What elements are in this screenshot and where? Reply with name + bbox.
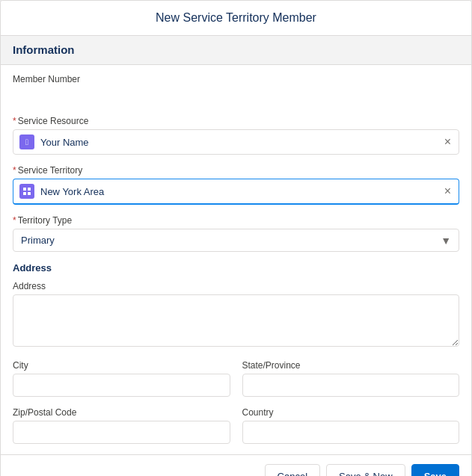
- address-group: Address: [13, 281, 459, 350]
- member-number-group: Member Number: [13, 74, 459, 105]
- section-information-title: Information: [13, 43, 75, 56]
- modal-title: New Service Territory Member: [13, 11, 459, 25]
- modal-body: Information Member Number *Service Resou…: [1, 36, 471, 454]
- service-territory-input-wrapper[interactable]: ×: [13, 179, 459, 205]
- service-territory-group: *Service Territory ×: [13, 165, 459, 205]
- service-territory-label: *Service Territory: [13, 165, 459, 176]
- service-resource-group: *Service Resource  ×: [13, 116, 459, 155]
- city-state-row: City State/Province: [13, 360, 459, 407]
- country-label: Country: [242, 407, 460, 418]
- territory-type-label: *Territory Type: [13, 215, 459, 226]
- service-resource-clear-button[interactable]: ×: [443, 136, 453, 148]
- svg-rect-1: [23, 188, 26, 191]
- service-resource-input[interactable]: [40, 137, 443, 148]
- city-input[interactable]: [13, 374, 230, 397]
- form-body: Member Number *Service Resource  ×: [1, 65, 471, 454]
- city-group: City: [13, 360, 230, 397]
- state-province-label: State/Province: [242, 360, 460, 371]
- city-label: City: [13, 360, 230, 371]
- state-province-input[interactable]: [242, 374, 460, 397]
- territory-type-group: *Territory Type Primary Secondary ▼: [13, 215, 459, 252]
- service-resource-icon: : [19, 135, 34, 149]
- service-resource-label: *Service Resource: [13, 116, 459, 126]
- address-section-label: Address: [13, 262, 459, 273]
- zip-group: Zip/Postal Code: [13, 407, 230, 444]
- svg-rect-0: [22, 186, 32, 197]
- modal-header: New Service Territory Member: [1, 1, 471, 36]
- required-mark-service-resource: *: [13, 116, 16, 126]
- country-input[interactable]: [242, 421, 460, 444]
- member-number-label: Member Number: [13, 74, 459, 84]
- member-number-value: [13, 87, 459, 105]
- required-mark-service-territory: *: [13, 165, 16, 176]
- zip-country-row: Zip/Postal Code Country: [13, 407, 459, 454]
- svg-rect-3: [23, 192, 26, 195]
- service-territory-icon: [19, 184, 34, 199]
- territory-type-select[interactable]: Primary Secondary: [13, 229, 459, 251]
- svg-rect-2: [28, 188, 31, 191]
- territory-type-select-wrapper: Primary Secondary ▼: [13, 229, 459, 252]
- modal-container: New Service Territory Member Information…: [0, 0, 472, 476]
- save-new-button[interactable]: Save & New: [326, 464, 405, 476]
- state-province-group: State/Province: [242, 360, 460, 397]
- save-button[interactable]: Save: [411, 464, 459, 476]
- zip-input[interactable]: [13, 421, 230, 444]
- address-label: Address: [13, 281, 459, 291]
- svg-rect-4: [28, 192, 31, 195]
- address-textarea[interactable]: [13, 294, 459, 347]
- zip-label: Zip/Postal Code: [13, 407, 230, 418]
- cancel-button[interactable]: Cancel: [265, 464, 320, 476]
- section-information-header: Information: [1, 36, 471, 65]
- service-territory-clear-button[interactable]: ×: [443, 185, 453, 197]
- country-group: Country: [242, 407, 460, 444]
- modal-footer: Cancel Save & New Save: [1, 454, 471, 476]
- service-resource-input-wrapper[interactable]:  ×: [13, 129, 459, 155]
- required-mark-territory-type: *: [13, 215, 16, 226]
- service-territory-input[interactable]: [40, 186, 443, 197]
